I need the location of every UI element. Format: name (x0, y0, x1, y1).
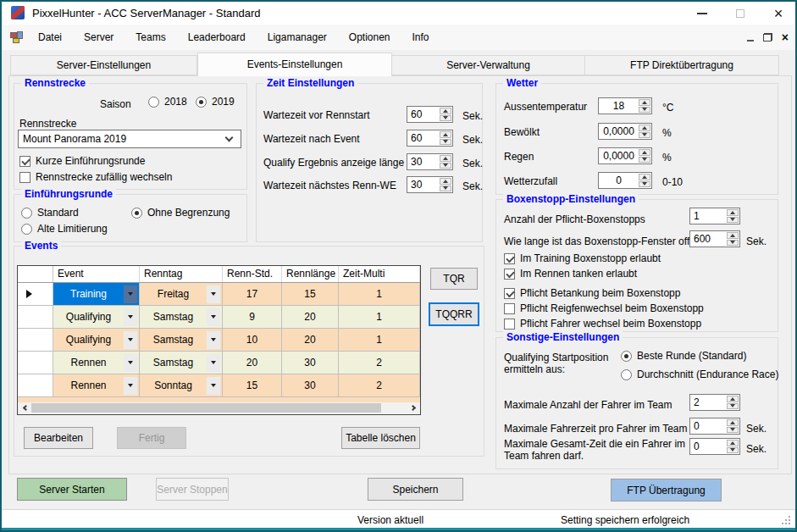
dropdown-button[interactable] (124, 285, 137, 303)
wartezeit-vor-rennstart-spinner[interactable]: 60 (407, 106, 453, 123)
spinner-value[interactable]: 30 (407, 177, 440, 192)
checkbox-icon[interactable] (504, 288, 515, 299)
spinner-value[interactable]: 1 (690, 208, 727, 224)
spinner-down-button[interactable] (639, 107, 650, 114)
renntag-cell[interactable]: Samstag (140, 306, 223, 328)
bearbeiten-button[interactable]: Bearbeiten (24, 427, 93, 449)
checkbox-pflicht-reifenwechsel[interactable]: Pflicht Reigfenwechsel beim Boxenstopp (504, 302, 704, 314)
spinner-value[interactable]: 0 (690, 439, 727, 454)
spinner-up-button[interactable] (639, 99, 650, 106)
radio-durchschnitt[interactable]: Durchschnitt (Endurance Race) (621, 369, 778, 380)
event-cell[interactable]: Rennen (53, 374, 140, 396)
dropdown-button[interactable] (124, 377, 137, 395)
maximize-button[interactable] (726, 2, 755, 25)
spinner-value[interactable]: 0,0000 (599, 124, 639, 139)
spinner-down-button[interactable] (727, 240, 739, 247)
menu-item-teams[interactable]: Teams (125, 25, 176, 50)
zeit-multi-cell[interactable]: 2 (339, 352, 420, 374)
spinner-down-button[interactable] (440, 186, 451, 192)
radio-beste-runde[interactable]: Beste Runde (Standard) (621, 350, 746, 362)
spinner-up-button[interactable] (727, 419, 739, 426)
spinner-value[interactable]: 600 (690, 231, 727, 247)
rennlaenge-cell[interactable]: 20 (282, 306, 339, 328)
renn-std-cell[interactable]: 9 (223, 306, 282, 328)
spinner-value[interactable]: 0 (690, 418, 727, 434)
spinner-up-button[interactable] (727, 209, 739, 216)
event-cell[interactable]: Qualifying (53, 306, 140, 328)
qualify-anzeige-laenge-spinner[interactable]: 30 (407, 153, 453, 170)
spinner-down-button[interactable] (727, 447, 739, 454)
spinner-up-button[interactable] (639, 149, 650, 156)
dropdown-button[interactable] (207, 354, 220, 372)
spinner-down-button[interactable] (639, 181, 650, 188)
column-header-renntag[interactable]: Renntag (140, 266, 223, 282)
renn-std-cell[interactable]: 17 (223, 283, 282, 305)
radio-icon[interactable] (196, 97, 207, 108)
dropdown-button[interactable] (207, 308, 220, 326)
spinner-up-button[interactable] (727, 396, 739, 402)
spinner-down-button[interactable] (639, 132, 650, 139)
row-header[interactable] (18, 329, 53, 351)
column-header-event[interactable]: Event (53, 266, 140, 282)
scroll-right-button[interactable] (407, 406, 420, 410)
spinner-value[interactable]: 30 (407, 154, 440, 169)
radio-ohne-begrenzung[interactable]: Ohne Begrenzung (131, 207, 230, 219)
dropdown-button[interactable] (207, 377, 220, 395)
events-table[interactable]: Event Renntag Renn-Std. Rennlänge Zeit-M… (17, 265, 421, 415)
rennlaenge-cell[interactable]: 30 (282, 352, 339, 374)
checkbox-pflicht-fahrerwechsel[interactable]: Pflicht Fahrer wechsel beim Boxenstopp (504, 318, 701, 330)
spinner-up-button[interactable] (727, 440, 739, 446)
spinner-up-button[interactable] (440, 131, 451, 138)
radio-icon[interactable] (21, 224, 32, 235)
spinner-value[interactable]: 0,0000 (599, 148, 639, 163)
checkbox-icon[interactable] (19, 156, 30, 167)
bewoelkt-spinner[interactable]: 0,0000 (598, 123, 652, 140)
radio-icon[interactable] (21, 208, 32, 219)
boxenstopp-fenster-spinner[interactable]: 600 (689, 230, 740, 247)
row-header[interactable] (18, 374, 53, 396)
scroll-left-button[interactable] (18, 406, 30, 410)
dropdown-button[interactable] (124, 331, 137, 349)
radio-alte-limitierung[interactable]: Alte Limitierung (21, 223, 108, 235)
column-header-zeit-multi[interactable]: Zeit-Multi (339, 266, 420, 282)
checkbox-pflicht-betankung[interactable]: Pflicht Betankung beim Boxenstopp (504, 287, 680, 299)
menu-item-info[interactable]: Info (401, 25, 440, 50)
event-cell[interactable]: Qualifying (53, 329, 140, 351)
radio-saison-2018[interactable]: 2018 (148, 96, 187, 108)
spinner-up-button[interactable] (440, 178, 451, 185)
checkbox-kurze-einfuehrungsrunde[interactable]: Kurze Einführungsrunde (19, 155, 145, 167)
dropdown-button[interactable] (124, 354, 137, 372)
wetterzufall-spinner[interactable]: 0 (598, 172, 652, 189)
spinner-value[interactable]: 2 (690, 395, 727, 410)
checkbox-rennstrecke-zufaellig[interactable]: Rennstrecke zufällig wechseln (19, 171, 172, 183)
event-cell[interactable]: Rennen (53, 352, 140, 374)
table-row[interactable]: Rennen Samstag 20 30 2 (18, 352, 420, 374)
row-header[interactable] (18, 352, 53, 374)
zeit-multi-cell[interactable]: 2 (339, 374, 420, 396)
table-row[interactable]: Training Freitag 17 15 1 (18, 283, 420, 306)
radio-icon[interactable] (621, 351, 632, 362)
spinner-down-button[interactable] (727, 403, 739, 410)
spinner-value[interactable]: 60 (407, 107, 440, 122)
tab-events-einstellungen[interactable]: Events-Einstellungen (197, 53, 392, 76)
tabelle-loeschen-button[interactable]: Tabelle löschen (341, 427, 420, 449)
menu-item-datei[interactable]: Datei (27, 25, 73, 50)
tqqrr-button[interactable]: TQQRR (429, 302, 479, 326)
spinner-up-button[interactable] (440, 108, 451, 114)
max-gesamtzeit-spinner[interactable]: 0 (689, 438, 740, 455)
menu-item-optionen[interactable]: Optionen (338, 25, 401, 50)
spinner-value[interactable]: 18 (599, 98, 639, 114)
rennlaenge-cell[interactable]: 15 (282, 283, 339, 305)
checkbox-icon[interactable] (504, 269, 515, 280)
event-cell[interactable]: Training (53, 283, 140, 305)
dropdown-button[interactable] (124, 308, 137, 326)
renn-std-cell[interactable]: 15 (223, 374, 282, 396)
spinner-up-button[interactable] (639, 125, 650, 131)
spinner-down-button[interactable] (440, 163, 451, 169)
tab-ftp-direktuebertragung[interactable]: FTP Direktübertragung (584, 55, 779, 75)
renntag-cell[interactable]: Sonntag (140, 374, 223, 396)
scrollbar-thumb[interactable] (31, 403, 381, 413)
zeit-multi-cell[interactable]: 1 (339, 329, 420, 351)
table-row[interactable]: Qualifying Samstag 9 20 1 (18, 306, 420, 329)
spinner-down-button[interactable] (639, 157, 650, 163)
